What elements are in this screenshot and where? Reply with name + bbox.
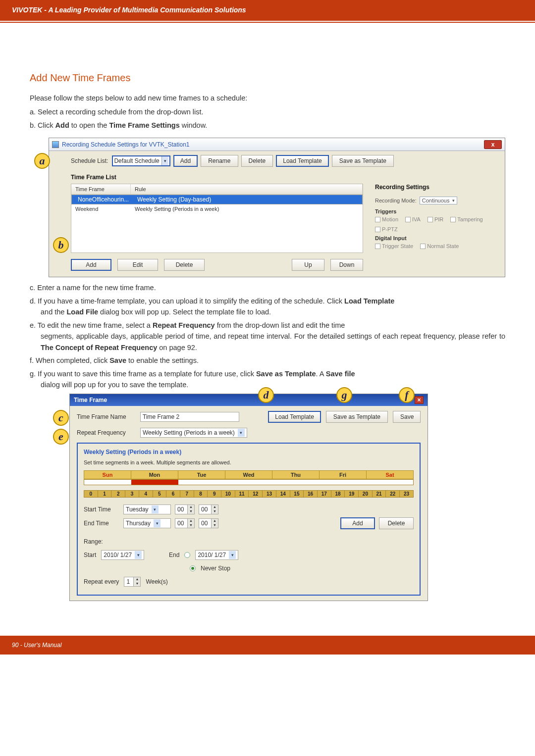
repeat-frequency-label: Repeat Frequency (77, 429, 135, 436)
section-title: Add New Time Frames (30, 72, 505, 84)
step-a: a. Select a recording schedule from the … (30, 106, 505, 117)
schedule-toolbar: Schedule List: Default Schedule▾ Add Ren… (49, 151, 505, 171)
close-button[interactable]: x (484, 140, 502, 149)
doc-header: VIVOTEK - A Leading Provider of Multimed… (0, 0, 535, 21)
end-min-spinner[interactable]: 00▲▼ (199, 518, 218, 528)
panel-title: Weekly Setting (Periods in a week) (84, 449, 414, 455)
col-rule: Rule (131, 184, 363, 194)
digital-input-label: Digital Input (375, 235, 498, 241)
day-headers: Sun Mon Tue Wed Thu Fri Sat (84, 470, 414, 479)
end-day-select[interactable]: Thursday▾ (123, 518, 171, 528)
step-d: d. If you have a time-frame template, yo… (30, 296, 505, 318)
start-min-spinner[interactable]: 00▲▼ (199, 504, 218, 514)
end-date-radio[interactable] (184, 552, 190, 558)
save-as-template-button[interactable]: Save as Template (326, 411, 388, 423)
table-row[interactable]: WeekendWeekly Setting (Periods in a week… (71, 204, 363, 213)
start-hour-spinner[interactable]: 00▲▼ (175, 504, 195, 514)
callout-e: e (53, 429, 69, 445)
load-template-button[interactable]: Load Template (276, 155, 329, 167)
range-end-label: End (169, 552, 179, 558)
close-icon[interactable]: × (415, 396, 424, 404)
segment-add-button[interactable]: Add (340, 517, 375, 529)
step-b: b. Click Add to open the Time Frame Sett… (30, 120, 505, 131)
time-frame-name-input[interactable]: Time Frame 2 (140, 412, 239, 422)
schedule-list-dropdown[interactable]: Default Schedule▾ (112, 155, 170, 166)
callout-g: g (336, 387, 352, 403)
recording-settings-title: Recording Settings (375, 184, 498, 191)
never-stop-radio[interactable] (190, 565, 196, 571)
window-titlebar: Recording Schedule Settings for VVTK_Sta… (49, 138, 505, 151)
chevron-down-icon: ▾ (161, 156, 168, 165)
checkbox[interactable] (375, 244, 380, 249)
tf-down-button[interactable]: Down (330, 259, 363, 271)
tf-edit-button[interactable]: Edit (117, 259, 158, 271)
range-label: Range: (84, 538, 414, 545)
header-rule (0, 22, 535, 23)
panel-desc: Set time segments in a week. Multiple se… (84, 459, 414, 465)
chevron-down-icon: ▾ (238, 429, 245, 437)
never-stop-label: Never Stop (201, 565, 230, 572)
checkbox[interactable] (420, 244, 426, 249)
callout-d: d (258, 387, 274, 403)
table-row[interactable]: NoneOfficehourin...Weekly Setting (Day-b… (71, 195, 363, 204)
screenshot-time-frame: c e d g f Time Frame × Time Frame Name T… (69, 394, 428, 601)
callout-f: f (399, 387, 415, 403)
week-bar[interactable] (84, 479, 414, 485)
checkbox[interactable] (375, 217, 380, 222)
save-as-template-button[interactable]: Save as Template (332, 155, 394, 167)
window-title: Recording Schedule Settings for VVTK_Sta… (62, 141, 484, 148)
recording-mode-dropdown[interactable]: Continuous▾ (420, 197, 458, 204)
repeat-count-spinner[interactable]: 1▲▼ (124, 577, 141, 587)
page-footer: 90 - User's Manual (0, 636, 535, 655)
save-button[interactable]: Save (393, 411, 421, 423)
end-hour-spinner[interactable]: 00▲▼ (175, 518, 195, 528)
range-start-date[interactable]: 2010/ 1/27▾ (101, 550, 144, 560)
step-e: e. To edit the new time frame, select a … (30, 320, 505, 353)
delete-button[interactable]: Delete (241, 155, 273, 167)
repeat-unit: Week(s) (146, 578, 167, 585)
triggers-label: Triggers (375, 208, 498, 214)
hour-scale: 01234567891011121314151617181920212223 (84, 490, 414, 498)
callout-a: a (34, 153, 50, 169)
time-frame-table[interactable]: Time Frame Rule NoneOfficehourin...Weekl… (71, 184, 363, 253)
time-frame-name-label: Time Frame Name (77, 413, 135, 420)
add-button[interactable]: Add (173, 155, 198, 167)
range-end-date[interactable]: 2010/ 1/27▾ (195, 550, 238, 560)
schedule-list-label: Schedule List: (71, 157, 108, 164)
dialog-title: Time Frame × (70, 394, 428, 406)
checkbox[interactable] (405, 217, 411, 222)
repeat-frequency-dropdown[interactable]: Weekly Setting (Periods in a week)▾ (140, 428, 247, 438)
col-time-frame: Time Frame (71, 184, 131, 194)
checkbox[interactable] (375, 227, 380, 232)
tf-add-button[interactable]: Add (71, 259, 111, 271)
weekly-panel: Weekly Setting (Periods in a week) Set t… (77, 443, 421, 596)
time-frame-list-label: Time Frame List (71, 174, 498, 181)
rename-button[interactable]: Rename (201, 155, 238, 167)
app-icon (52, 141, 59, 148)
checkbox[interactable] (450, 217, 456, 222)
step-c: c. Enter a name for the new time frame. (30, 282, 505, 293)
intro: Please follow the steps below to add new… (30, 93, 505, 103)
recording-mode-label: Recording Mode: (375, 198, 417, 203)
step-f: f. When completed, click Save to enable … (30, 355, 505, 366)
segment-delete-button[interactable]: Delete (379, 517, 414, 529)
start-time-label: Start Time (84, 506, 119, 513)
repeat-every-label: Repeat every (84, 578, 119, 585)
load-template-button[interactable]: Load Template (268, 411, 321, 423)
checkbox[interactable] (428, 217, 433, 222)
screenshot-schedule-settings: a b Recording Schedule Settings for VVTK… (49, 138, 505, 277)
range-start-label: Start (84, 552, 96, 558)
callout-c: c (53, 410, 69, 426)
start-day-select[interactable]: Tuesday▾ (123, 504, 171, 514)
end-time-label: End Time (84, 520, 119, 527)
tf-delete-button[interactable]: Delete (164, 259, 205, 271)
tf-up-button[interactable]: Up (292, 259, 324, 271)
